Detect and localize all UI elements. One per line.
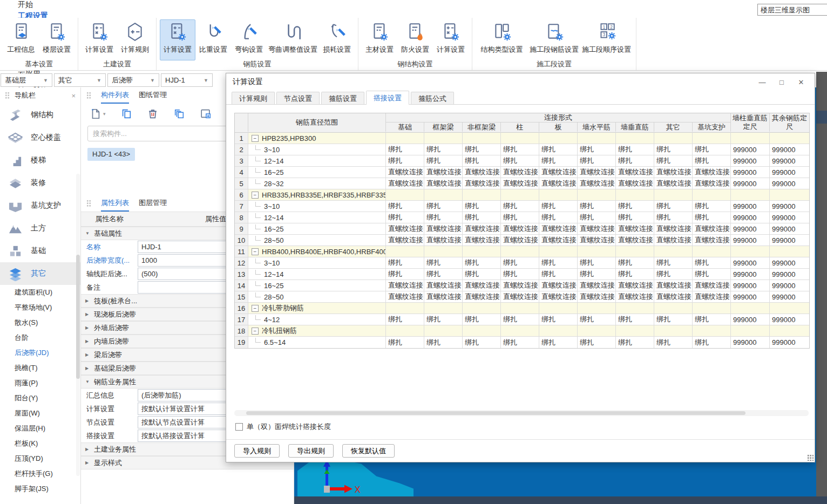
length-cell[interactable] [731,189,770,200]
table-row[interactable]: 6 − HRB335,HRB335E,HRBF335,HRBF335E [235,189,809,201]
expand-arrow-icon[interactable]: ▼ [85,379,91,384]
connection-cell[interactable]: 直螺纹连接 [424,178,463,189]
length-cell[interactable]: 999000 [770,223,809,234]
collapse-icon[interactable]: − [252,305,259,312]
sidebar-item[interactable]: 建筑面积(U) [0,285,80,300]
maximize-icon[interactable]: □ [775,76,789,88]
connection-cell[interactable]: 绑扎 [616,212,654,223]
connection-cell[interactable]: 绑扎 [424,337,463,348]
diameter-cell[interactable]: − 28~32 [248,178,386,189]
length-cell[interactable]: 999000 [770,201,809,212]
drag-handle-icon[interactable] [86,200,91,207]
connection-cell[interactable]: 直螺纹连接 [616,178,654,189]
table-row[interactable]: 8 − 12~14 绑扎 绑扎 绑扎 绑扎 绑扎 绑扎 绑扎 绑扎 [235,212,809,223]
connection-cell[interactable] [386,246,424,257]
connection-cell[interactable] [424,246,463,257]
connection-cell[interactable]: 绑扎 [424,257,463,268]
tab-component-list[interactable]: 构件列表 [101,87,129,104]
connection-cell[interactable]: 直螺纹连接 [578,167,616,178]
connection-cell[interactable]: 直螺纹连接 [693,223,731,234]
connection-cell[interactable]: 绑扎 [539,212,578,223]
ribbon-button[interactable]: 主材设置 [362,19,397,60]
connection-cell[interactable]: 直螺纹连接 [501,291,539,302]
sidebar-category[interactable]: 土方 [0,217,80,240]
connection-cell[interactable]: 直螺纹连接 [578,235,616,246]
table-row[interactable]: 2 − 3~10 绑扎 绑扎 绑扎 绑扎 绑扎 绑扎 绑扎 绑扎 [235,144,809,155]
connection-cell[interactable] [386,325,424,336]
ribbon-button[interactable]: 工程信息 [3,19,39,60]
connection-cell[interactable]: 绑扎 [463,337,501,348]
connection-cell[interactable]: 直螺纹连接 [616,280,654,291]
table-row[interactable]: 13 − 12~14 绑扎 绑扎 绑扎 绑扎 绑扎 绑扎 绑扎 绑扎 [235,269,809,280]
connection-cell[interactable]: 直螺纹连接 [539,178,578,189]
connection-cell[interactable]: 直螺纹连接 [501,167,539,178]
weld-checkbox[interactable] [235,423,243,431]
connection-cell[interactable] [386,303,424,314]
connection-cell[interactable] [424,303,463,314]
connection-cell[interactable]: 绑扎 [501,144,539,155]
connection-cell[interactable]: 绑扎 [654,155,693,166]
connection-cell[interactable]: 绑扎 [654,257,693,268]
right-scrollbar[interactable] [816,72,827,496]
connection-cell[interactable]: 直螺纹连接 [578,280,616,291]
floor-selector[interactable]: 基础层▼ [1,73,52,87]
connection-cell[interactable] [654,325,693,336]
connection-cell[interactable] [539,303,578,314]
ribbon-button[interactable]: 施工段钢筋设置 [528,19,580,60]
connection-cell[interactable]: 直螺纹连接 [386,167,424,178]
connection-cell[interactable]: 绑扎 [424,212,463,223]
connection-cell[interactable]: 绑扎 [539,269,578,280]
connection-cell[interactable] [386,133,424,144]
connection-cell[interactable]: 绑扎 [424,269,463,280]
export-rules-button[interactable]: 导出规则 [288,444,334,458]
connection-cell[interactable] [463,189,501,200]
tab-property-list[interactable]: 属性列表 [101,195,129,212]
length-cell[interactable]: 999000 [770,314,809,325]
length-cell[interactable]: 999000 [731,314,770,325]
connection-cell[interactable]: 直螺纹连接 [693,178,731,189]
connection-cell[interactable] [693,189,731,200]
connection-cell[interactable] [539,246,578,257]
table-horizontal-scrollbar[interactable] [234,410,809,416]
connection-cell[interactable] [539,133,578,144]
floor-3d-display-selector[interactable]: 楼层三维显示图 [757,4,827,16]
expand-arrow-icon[interactable]: ▶ [85,312,91,317]
connection-cell[interactable]: 直螺纹连接 [386,178,424,189]
connection-cell[interactable]: 绑扎 [693,337,731,348]
length-cell[interactable] [731,246,770,257]
dialog-title-bar[interactable]: 计算设置 — □ ✕ [226,73,815,91]
connection-cell[interactable]: 绑扎 [654,144,693,155]
connection-cell[interactable]: 绑扎 [463,314,501,325]
connection-cell[interactable]: 直螺纹连接 [424,167,463,178]
connection-cell[interactable]: 直螺纹连接 [654,291,693,302]
connection-cell[interactable]: 直螺纹连接 [501,235,539,246]
connection-cell[interactable] [539,189,578,200]
table-row[interactable]: 19 − 6.5~14 绑扎 绑扎 绑扎 绑扎 绑扎 绑扎 绑扎 绑扎 [235,337,809,348]
drag-handle-icon[interactable] [86,92,91,99]
table-row[interactable]: 7 − 3~10 绑扎 绑扎 绑扎 绑扎 绑扎 绑扎 绑扎 绑扎 [235,201,809,212]
length-cell[interactable]: 999000 [770,291,809,302]
table-row[interactable]: 11 − HRB400,HRB400E,HRBF400,HRBF400E... [235,246,809,257]
connection-cell[interactable] [693,246,731,257]
connection-cell[interactable]: 绑扎 [501,269,539,280]
connection-cell[interactable]: 直螺纹连接 [424,223,463,234]
length-cell[interactable]: 999000 [731,201,770,212]
connection-cell[interactable]: 绑扎 [386,269,424,280]
tab-layer-management[interactable]: 图层管理 [139,195,167,212]
sidebar-item[interactable]: 平整场地(V) [0,300,80,315]
length-cell[interactable] [770,325,809,336]
connection-cell[interactable]: 绑扎 [463,212,501,223]
connection-cell[interactable] [616,325,654,336]
connection-cell[interactable] [654,303,693,314]
connection-cell[interactable] [463,246,501,257]
length-cell[interactable] [770,189,809,200]
table-row[interactable]: 15 − 28~50 直螺纹连接 直螺纹连接 直螺纹连接 直螺纹连接 直螺纹连接… [235,291,809,303]
expand-arrow-icon[interactable]: ▶ [85,298,91,303]
length-cell[interactable]: 999000 [731,337,770,348]
connection-cell[interactable]: 绑扎 [616,257,654,268]
connection-cell[interactable] [424,325,463,336]
restore-defaults-button[interactable]: 恢复默认值 [342,444,395,458]
collapse-icon[interactable]: − [252,328,259,335]
length-cell[interactable] [731,325,770,336]
connection-cell[interactable]: 绑扎 [693,212,731,223]
